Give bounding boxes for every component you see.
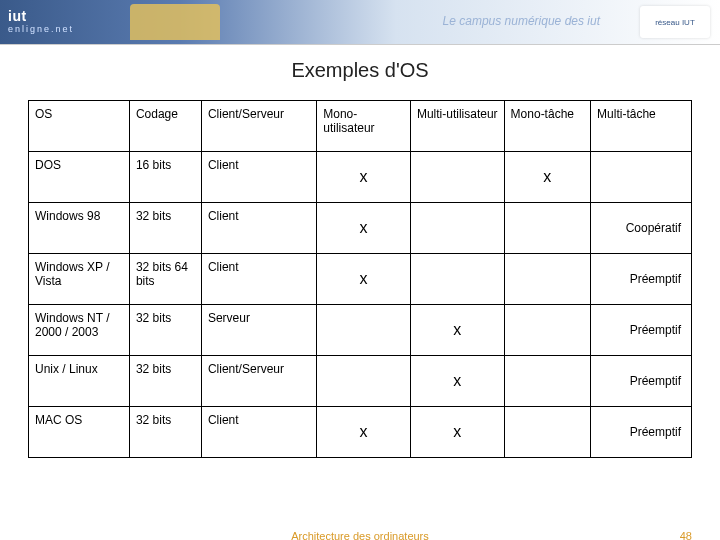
table-row: MAC OS32 bitsClientxxPréemptif: [29, 407, 692, 458]
cell-cs: Client/Serveur: [201, 356, 316, 407]
table-row: Unix / Linux32 bitsClient/ServeurxPréemp…: [29, 356, 692, 407]
cell-cs: Client: [201, 254, 316, 305]
col-multi-utilisateur: Multi-utilisateur: [410, 101, 504, 152]
col-mono-utilisateur: Mono-utilisateur: [317, 101, 411, 152]
col-os: OS: [29, 101, 130, 152]
footer-text: Architecture des ordinateurs: [291, 530, 429, 540]
cell-cs: Client: [201, 152, 316, 203]
cell-cs: Serveur: [201, 305, 316, 356]
cell-mono-t: x: [504, 152, 590, 203]
table-row: Windows NT / 2000 / 200332 bitsServeurxP…: [29, 305, 692, 356]
cell-codage: 32 bits: [129, 203, 201, 254]
cell-multi-u: [410, 203, 504, 254]
col-multi-tache: Multi-tâche: [591, 101, 692, 152]
cell-mono-t: [504, 203, 590, 254]
cell-multi-u: [410, 152, 504, 203]
cell-codage: 32 bits: [129, 407, 201, 458]
col-codage: Codage: [129, 101, 201, 152]
banner-tagline: Le campus numérique des iut: [443, 14, 600, 28]
cell-os: Windows XP / Vista: [29, 254, 130, 305]
table-row: DOS16 bitsClientxx: [29, 152, 692, 203]
cell-mono-u: [317, 305, 411, 356]
cell-mono-t: [504, 254, 590, 305]
cell-codage: 16 bits: [129, 152, 201, 203]
cell-os: Windows 98: [29, 203, 130, 254]
cell-multi-t: Préemptif: [591, 356, 692, 407]
cell-os: Unix / Linux: [29, 356, 130, 407]
col-client-serveur: Client/Serveur: [201, 101, 316, 152]
cell-codage: 32 bits 64 bits: [129, 254, 201, 305]
cell-multi-u: x: [410, 305, 504, 356]
cell-mono-u: [317, 356, 411, 407]
cell-multi-t: Préemptif: [591, 407, 692, 458]
cell-multi-u: x: [410, 356, 504, 407]
os-table-container: OS Codage Client/Serveur Mono-utilisateu…: [0, 100, 720, 458]
banner-badge: réseau IUT: [640, 6, 710, 38]
cell-multi-t: [591, 152, 692, 203]
col-mono-tache: Mono-tâche: [504, 101, 590, 152]
cell-mono-t: [504, 305, 590, 356]
cell-multi-u: x: [410, 407, 504, 458]
cell-multi-u: [410, 254, 504, 305]
table-body: DOS16 bitsClientxxWindows 9832 bitsClien…: [29, 152, 692, 458]
cell-codage: 32 bits: [129, 356, 201, 407]
cell-os: DOS: [29, 152, 130, 203]
cell-mono-t: [504, 407, 590, 458]
cell-mono-u: x: [317, 407, 411, 458]
table-row: Windows 9832 bitsClientxCoopératif: [29, 203, 692, 254]
cell-mono-t: [504, 356, 590, 407]
cell-cs: Client: [201, 407, 316, 458]
cell-cs: Client: [201, 203, 316, 254]
cell-codage: 32 bits: [129, 305, 201, 356]
page-number: 48: [680, 530, 692, 540]
cell-multi-t: Préemptif: [591, 305, 692, 356]
os-table: OS Codage Client/Serveur Mono-utilisateu…: [28, 100, 692, 458]
logo-main: iut: [8, 8, 27, 24]
cell-mono-u: x: [317, 152, 411, 203]
cell-mono-u: x: [317, 203, 411, 254]
cell-multi-t: Coopératif: [591, 203, 692, 254]
table-row: Windows XP / Vista32 bits 64 bitsClientx…: [29, 254, 692, 305]
cell-os: Windows NT / 2000 / 2003: [29, 305, 130, 356]
logo-sub: enligne.net: [8, 24, 74, 34]
top-banner: iut enligne.net Le campus numérique des …: [0, 0, 720, 45]
table-header-row: OS Codage Client/Serveur Mono-utilisateu…: [29, 101, 692, 152]
slide-title: Exemples d'OS: [0, 59, 720, 82]
cell-mono-u: x: [317, 254, 411, 305]
cell-multi-t: Préemptif: [591, 254, 692, 305]
cell-os: MAC OS: [29, 407, 130, 458]
